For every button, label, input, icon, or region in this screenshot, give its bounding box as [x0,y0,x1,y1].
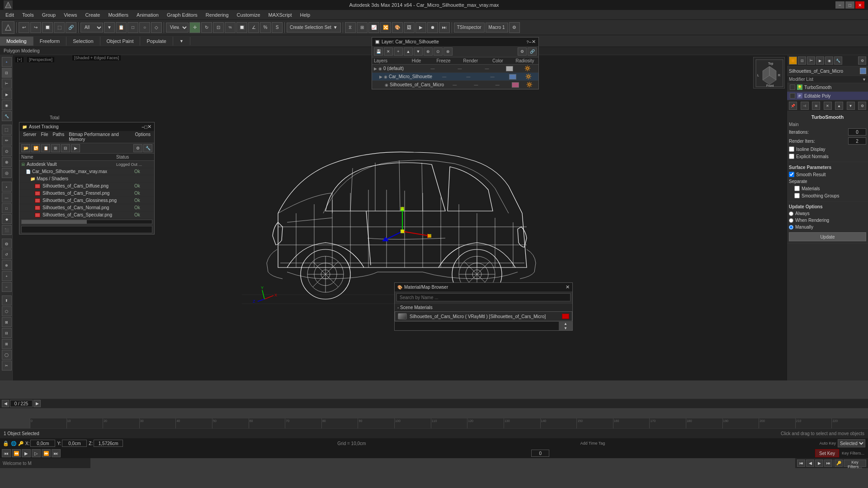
select-link-btn[interactable]: 🔗 [66,22,76,33]
layer-radiosity-2[interactable]: 🔆 [522,82,537,88]
rp-icon-5[interactable]: ◉ [825,56,833,65]
scale-btn[interactable]: ⊡ [213,22,224,33]
lt-border-btn[interactable]: □ [2,203,12,213]
asset-panel-max[interactable]: □ [144,124,147,130]
layer-hide-0[interactable]: — [419,66,446,71]
asset-tb-7[interactable]: ⚙ [133,144,142,152]
asset-menu-options[interactable]: Options [133,132,152,142]
modifier-editable-poly[interactable]: P Editable Poly [787,92,868,100]
asset-path-input[interactable] [21,226,152,233]
menu-rendering[interactable]: Rendering [202,11,232,19]
layer-radiosity-0[interactable]: 🔆 [519,66,537,71]
x-coord-input[interactable] [30,440,55,447]
redo-btn[interactable]: ↪ [30,22,41,33]
material-panel-close[interactable]: ✕ [566,284,570,290]
z-coord-input[interactable] [94,440,123,447]
lt-element-btn[interactable]: ⬛ [2,225,12,235]
create-tab[interactable]: + [2,57,12,67]
mod-warp-btn[interactable]: ≋ [812,102,820,110]
create-selection-set-btn[interactable]: Create Selection Set ▼ [287,23,341,33]
menu-create[interactable]: Create [81,11,104,19]
menu-help[interactable]: Help [297,11,314,19]
layer-render-2[interactable]: — [487,83,508,87]
modifier-checkbox-2[interactable] [790,93,795,99]
filter-select[interactable]: All [80,23,103,33]
menu-views[interactable]: Views [60,11,80,19]
layer-freeze-1[interactable]: — [456,75,480,79]
tab-modeling[interactable]: Modeling [0,37,33,46]
mini-tb-1[interactable]: ⏮ [797,460,805,467]
menu-maxscript[interactable]: MAXScript [265,11,296,19]
rp-icon-4[interactable]: ▶ [816,56,824,65]
modifier-checkbox-1[interactable] [790,84,795,90]
mod-up-btn[interactable]: ▲ [835,102,843,110]
asset-panel-titlebar[interactable]: 📁 Asset Tracking − □ ✕ [19,122,154,131]
material-editor-btn[interactable]: 🎨 [392,22,403,33]
select-object-btn[interactable]: 🔲 [42,22,53,33]
mini-tb-2[interactable]: ◀ [806,460,814,467]
rect-select-btn[interactable]: □ [127,22,138,33]
modify-tab[interactable]: ⊡ [2,68,12,78]
close-button[interactable]: ✕ [855,1,864,9]
layer-row-0[interactable]: ▶ ◉ 0 (default) — — — 🔆 [372,65,538,73]
layer-panel-titlebar[interactable]: 🔲 Layer: Car_Micro_Silhouette ? − ✕ [372,38,538,46]
layer-add-btn[interactable]: + [394,47,403,56]
menu-customize[interactable]: Customize [233,11,264,19]
asset-menu-paths[interactable]: Paths [51,132,66,142]
asset-tb-2[interactable]: 🔁 [31,144,40,152]
angle-snap-btn[interactable]: ∠ [248,22,259,33]
lt-loop-btn[interactable]: ↺ [2,249,12,259]
lt-grow-btn[interactable]: + [2,271,12,281]
asset-scrollbar[interactable] [21,220,152,224]
lt-cut-btn[interactable]: ✂ [2,361,12,371]
layer-settings-btn[interactable]: ⚙ [518,47,527,56]
align-btn[interactable]: ⊞ [357,22,368,33]
macro1-btn[interactable]: Macro 1 [486,23,508,33]
mod-dn-btn[interactable]: ▼ [847,102,855,110]
render-setup-btn[interactable]: 🖼 [404,22,415,33]
rp-icon-6[interactable]: 🔧 [834,56,842,65]
tsinspector-btn[interactable]: TSInspector [454,23,485,33]
asset-tb-5[interactable]: ⊟ [61,144,70,152]
layer-hide-2[interactable]: — [444,83,465,87]
render-active-btn[interactable]: ⏺ [427,22,438,33]
layer-row-2[interactable]: ◉ Silhouettes_of_Cars_Micro — — — 🔆 [372,81,538,89]
asset-menu-server[interactable]: Server [21,132,38,142]
asset-row-fresnel[interactable]: Silhouettes_of_Cars_Fresnel.png Ok [19,190,154,197]
play-btn[interactable]: ▶ [22,449,31,457]
layer-link-btn[interactable]: 🔗 [528,47,537,56]
asset-row-vault[interactable]: 🏛 Autodesk Vault Logged Out ... [19,161,154,168]
schematic-view-btn[interactable]: 🔀 [380,22,391,33]
layer-render-0[interactable]: — [473,66,500,71]
asset-row-diffuse[interactable]: Silhouettes_of_Cars_Diffuse.png Ok [19,183,154,190]
layer-hide-1[interactable]: — [432,75,456,79]
lt-target-weld-btn[interactable]: ◯ [2,350,12,360]
asset-menu-bitmap[interactable]: Bitmap Performance and Memory [67,132,132,142]
layer-move-dn-btn[interactable]: ▼ [414,47,423,56]
frame-input[interactable] [531,450,549,457]
rp-settings-btn[interactable]: ⚙ [858,56,866,65]
rotate-btn[interactable]: ↻ [201,22,212,33]
app-icon-btn[interactable] [2,21,14,34]
next-key-btn[interactable]: ⏩ [42,449,51,457]
material-panel-titlebar[interactable]: 🎨 Material/Map Browser ✕ [395,283,572,291]
render-last-btn[interactable]: ⏭ [439,22,450,33]
add-time-tag-btn[interactable]: Add Time Tag [580,441,605,446]
minimize-button[interactable]: − [835,1,844,9]
scale-percent-btn[interactable]: % [225,22,236,33]
mod-pin-btn[interactable]: 📌 [789,102,797,110]
go-to-end-btn[interactable]: ⏭ [52,449,61,457]
tab-selection[interactable]: Selection [66,37,100,46]
play-selected-btn[interactable]: ▷ [32,449,41,457]
spinner-snap-btn[interactable]: S [272,22,283,33]
lt-ring-btn[interactable]: ⊕ [2,260,12,270]
layer-row-1[interactable]: ▶ ◉ Car_Micro_Silhouette — — — 🔆 [372,73,538,81]
lt-vertex-btn[interactable]: • [2,182,12,192]
menu-edit[interactable]: Edit [2,11,18,19]
lt-bridge-btn[interactable]: ⊟ [2,328,12,338]
menu-modifiers[interactable]: Modifiers [104,11,132,19]
tab-populate[interactable]: Populate [140,37,173,46]
lt-soft-sel-btn[interactable]: ◍ [2,239,12,249]
percent-snap-btn[interactable]: % [260,22,271,33]
mini-tb-5[interactable]: 🔑 [835,460,843,467]
